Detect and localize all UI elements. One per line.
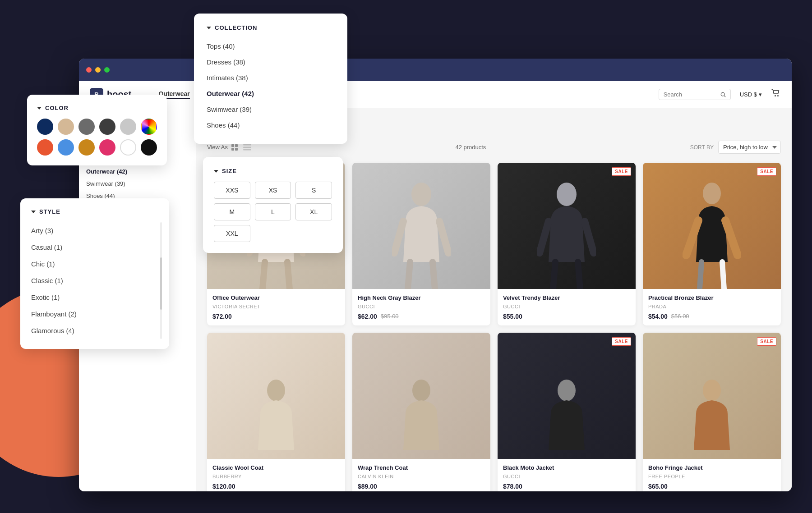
collection-panel-dresses[interactable]: Dresses (38) xyxy=(207,54,335,70)
figure-svg xyxy=(537,181,596,289)
currency-selector[interactable]: USD $ ▾ xyxy=(740,91,762,98)
sort-by-control: SORT BY Price, high to low Price, low to… xyxy=(690,141,781,154)
collection-panel-list: Tops (40) Dresses (38) Intimates (38) Ou… xyxy=(207,38,335,133)
figure-svg xyxy=(683,181,741,289)
size-collapse-icon[interactable] xyxy=(214,170,218,173)
style-panel-casual[interactable]: Casual (1) xyxy=(31,239,158,256)
svg-point-14 xyxy=(267,380,285,401)
view-as-control[interactable]: View As xyxy=(207,144,251,151)
style-panel-classic[interactable]: Classic (1) xyxy=(31,272,158,289)
cart-icon[interactable] xyxy=(771,88,781,101)
style-panel-exotic[interactable]: Exotic (1) xyxy=(31,289,158,306)
search-input[interactable] xyxy=(664,91,718,98)
collection-dropdown-panel: COLLECTION Tops (40) Dresses (38) Intima… xyxy=(194,14,347,144)
product-card-1[interactable]: High Neck Gray Blazer GUCCI $62.00 $95.0… xyxy=(352,163,490,325)
price-original-3: $56.00 xyxy=(671,313,689,320)
list-view-icon[interactable] xyxy=(243,144,251,151)
browser-maximize-dot[interactable] xyxy=(104,67,110,73)
color-dot-light-gray[interactable] xyxy=(120,119,136,135)
style-panel-flamboyant[interactable]: Flamboyant (2) xyxy=(31,306,158,322)
color-dot-dark-gray[interactable] xyxy=(78,119,95,135)
size-btn-m[interactable]: M xyxy=(214,203,250,220)
color-dot-rainbow[interactable] xyxy=(141,119,157,135)
color-dot-beige[interactable] xyxy=(58,119,74,135)
browser-close-dot[interactable] xyxy=(86,67,92,73)
color-dot-navy[interactable] xyxy=(37,119,53,135)
size-btn-xs[interactable]: XS xyxy=(255,182,291,199)
search-box[interactable] xyxy=(659,89,731,100)
product-card-4[interactable]: Classic Wool Coat BURBERRY $120.00 xyxy=(207,333,345,491)
collection-panel-intimates[interactable]: Intimates (38) xyxy=(207,70,335,86)
size-btn-xl[interactable]: XL xyxy=(295,203,332,220)
product-info-7: Boho Fringe Jacket FREE PEOPLE $65.00 xyxy=(643,459,781,491)
product-figure-gray xyxy=(352,163,490,289)
svg-rect-6 xyxy=(235,148,238,151)
collection-panel-shoes[interactable]: Shoes (44) xyxy=(207,117,335,133)
product-name-5: Wrap Trench Coat xyxy=(358,464,485,472)
color-dot-orange[interactable] xyxy=(37,139,53,156)
collection-collapse-icon[interactable] xyxy=(207,27,211,29)
browser-chrome xyxy=(79,59,792,81)
color-collapse-icon[interactable] xyxy=(37,107,42,110)
grid-view-icon[interactable] xyxy=(231,144,240,151)
color-dot-blue[interactable] xyxy=(58,139,74,156)
product-name-1: High Neck Gray Blazer xyxy=(358,294,485,302)
color-dot-white[interactable] xyxy=(120,139,136,156)
svg-point-17 xyxy=(703,380,721,401)
style-panel-glamorous[interactable]: Glamorous (4) xyxy=(31,322,158,339)
svg-rect-4 xyxy=(235,144,238,147)
style-scrollthumb[interactable] xyxy=(160,257,162,310)
color-dot-black[interactable] xyxy=(141,139,157,156)
size-panel-header: SIZE xyxy=(214,168,332,174)
size-btn-xxl[interactable]: XXL xyxy=(214,225,250,242)
cart-svg xyxy=(771,88,781,98)
color-dot-charcoal[interactable] xyxy=(99,119,115,135)
svg-rect-9 xyxy=(243,149,251,151)
figure-svg xyxy=(683,378,741,459)
view-as-label: View As xyxy=(207,144,228,151)
color-dot-amber[interactable] xyxy=(78,139,95,156)
size-btn-s[interactable]: S xyxy=(295,182,332,199)
product-card-3[interactable]: SALE Pra xyxy=(643,163,781,325)
product-brand-2: GUCCI xyxy=(503,304,630,309)
size-btn-l[interactable]: L xyxy=(255,203,291,220)
sale-badge-7: SALE xyxy=(757,337,776,346)
svg-point-2 xyxy=(777,95,779,96)
products-count: 42 products xyxy=(455,144,486,151)
product-image-velvet: SALE xyxy=(498,163,636,289)
product-figure-bronze xyxy=(643,163,781,289)
collection-panel-tops[interactable]: Tops (40) xyxy=(207,38,335,54)
style-panel-chic[interactable]: Chic (1) xyxy=(31,256,158,272)
style-collapse-icon[interactable] xyxy=(31,211,36,213)
collection-panel-outerwear[interactable]: Outerwear (42) xyxy=(207,86,335,101)
sort-by-label: SORT BY xyxy=(690,144,714,151)
product-brand-4: BURBERRY xyxy=(212,474,340,479)
size-btn-xxs[interactable]: XXS xyxy=(214,182,250,199)
product-card-7[interactable]: SALE Boho Fringe Jacket FREE PEOPLE $ xyxy=(643,333,781,491)
product-price-1: $62.00 $95.00 xyxy=(358,313,485,320)
product-price-0: $72.00 xyxy=(212,313,340,320)
sort-select[interactable]: Price, high to low Price, low to high Ne… xyxy=(718,141,781,154)
product-card-5[interactable]: Wrap Trench Coat CALVIN KLEIN $89.00 xyxy=(352,333,490,491)
product-image-bronze: SALE xyxy=(643,163,781,289)
product-image-5 xyxy=(352,333,490,459)
svg-point-12 xyxy=(557,183,577,206)
product-image-gray xyxy=(352,163,490,289)
product-info-5: Wrap Trench Coat CALVIN KLEIN $89.00 xyxy=(352,459,490,491)
color-filter-panel: COLOR xyxy=(27,95,167,165)
color-panel-header: COLOR xyxy=(37,105,157,111)
color-dot-hot-pink[interactable] xyxy=(99,139,115,156)
product-name-0: Office Outerwear xyxy=(212,294,340,302)
product-brand-0: VICTORIA SECRET xyxy=(212,304,340,309)
size-filter-panel: SIZE XXS XS S M L XL XXL xyxy=(203,157,343,253)
browser-minimize-dot[interactable] xyxy=(95,67,101,73)
collection-item-outerwear[interactable]: Outerwear (42) xyxy=(86,165,189,178)
product-card-2[interactable]: SALE Vel xyxy=(498,163,636,325)
product-name-2: Velvet Trendy Blazer xyxy=(503,294,630,302)
collection-panel-swimwear[interactable]: Swimwear (39) xyxy=(207,101,335,117)
product-card-6[interactable]: SALE Black Moto Jacket GUCCI $78.00 xyxy=(498,333,636,491)
style-panel-arty[interactable]: Arty (3) xyxy=(31,222,158,239)
collection-item-swimwear[interactable]: Swimwear (39) xyxy=(86,178,189,190)
product-price-3: $54.00 $56.00 xyxy=(648,313,775,320)
figure-svg xyxy=(392,181,451,289)
